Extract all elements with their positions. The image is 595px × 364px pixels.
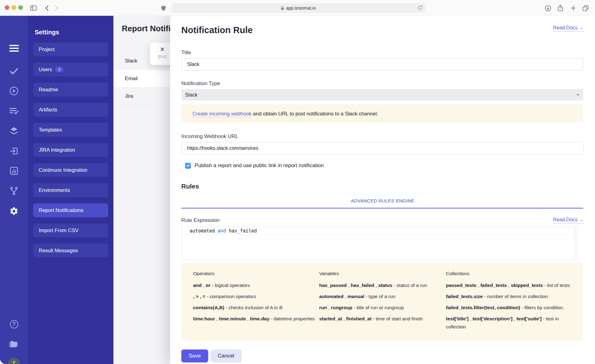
help-term: started_at: [319, 316, 342, 321]
settings-panel: Settings ProjectUsers2ReadmeArtifactsTem…: [28, 16, 113, 364]
folder-icon[interactable]: [8, 338, 20, 350]
publish-checkbox-label[interactable]: Publish a report and use public link in …: [195, 162, 324, 169]
rule-expression-editor[interactable]: automated and has_failed: [181, 227, 577, 259]
settings-menu-item-continuos-integration[interactable]: Continuos Integration: [33, 163, 108, 177]
cancel-button[interactable]: Cancel: [210, 349, 242, 362]
help-column-operators: Operatorsand , or - logical operators, >…: [193, 271, 319, 334]
help-column-header: Collections: [446, 271, 573, 276]
settings-title: Settings: [35, 29, 113, 36]
settings-menu-item-artifacts[interactable]: Artifacts: [33, 103, 108, 117]
help-row: and , or - logical operators: [193, 281, 319, 289]
settings-menu-item-report-notifications[interactable]: Report Notifications: [33, 203, 108, 217]
esc-hint: [Esc]: [157, 54, 167, 59]
advanced-rules-engine-link[interactable]: ADVANCED RULES ENGINE: [351, 198, 414, 203]
help-term: contains(A,B): [193, 305, 224, 310]
help-term: failed_tests.filter(test, condition): [446, 305, 520, 310]
help-term: time.day: [250, 316, 269, 321]
notification-type-select[interactable]: Slack: [181, 89, 583, 101]
help-row: time.hour , time.minute , time.day - dat…: [193, 315, 319, 323]
read-docs-link[interactable]: Read Docs →: [553, 25, 584, 32]
webhook-hint-text: and obtain URL to post notifications to …: [252, 111, 378, 116]
help-row: automated , manual - type of a run: [319, 292, 446, 301]
help-term: time.minute: [219, 316, 246, 321]
settings-menu-item-environments[interactable]: Environments: [33, 183, 108, 197]
help-term: manual: [347, 294, 364, 299]
branch-icon[interactable]: [8, 185, 20, 197]
webhook-hint-box: Create incoming webhook and obtain URL t…: [181, 104, 583, 123]
create-webhook-link[interactable]: Create incoming webhook: [192, 111, 252, 117]
settings-menu-item-label: Environments: [39, 187, 70, 193]
settings-menu-item-label: Readme: [39, 87, 58, 93]
notification-type-value: Slack: [185, 92, 197, 98]
layers-icon[interactable]: [8, 125, 20, 137]
help-column-header: Variables: [319, 271, 446, 276]
bar-chart-icon[interactable]: [8, 165, 20, 177]
reload-icon[interactable]: [418, 5, 422, 11]
help-text: - filters by condition.: [520, 305, 564, 310]
users-count-badge: 2: [55, 67, 64, 72]
help-text: - datetime properties: [269, 316, 315, 321]
play-circle-icon[interactable]: [8, 85, 20, 97]
settings-menu-item-label: Users: [39, 67, 52, 72]
help-text: - time of start and finish: [372, 316, 423, 321]
import-icon[interactable]: [8, 145, 20, 157]
settings-menu-item-label: Continuos Integration: [39, 167, 87, 173]
webhook-field-label: Incoming Webhook URL: [181, 133, 584, 140]
help-term: or: [205, 283, 210, 288]
avatar[interactable]: T: [8, 358, 20, 364]
check-icon[interactable]: [8, 65, 20, 77]
help-text: ,: [347, 283, 351, 288]
settings-menu-item-project[interactable]: Project: [33, 42, 108, 56]
settings-menu-item-result-messages[interactable]: Result Messages: [33, 244, 108, 258]
list-check-icon[interactable]: [8, 105, 20, 117]
tab-label: Slack: [125, 58, 137, 64]
downloads-icon[interactable]: [544, 4, 552, 12]
help-column-variables: Variableshas_passed , has_failed , statu…: [319, 271, 446, 334]
help-text: - number of items in collection: [483, 294, 548, 299]
settings-menu-item-jira-integration[interactable]: JIRA Integration: [33, 143, 108, 157]
help-icon[interactable]: ?: [8, 318, 20, 330]
minimize-window-button[interactable]: [11, 5, 16, 10]
back-icon[interactable]: [43, 4, 51, 12]
tabs-overview-icon[interactable]: [581, 4, 589, 12]
settings-menu-item-label: Report Notifications: [39, 207, 83, 213]
notification-rule-dialog: Notification Rule Read Docs → Title Noti…: [170, 16, 595, 364]
settings-menu-item-templates[interactable]: Templates: [33, 123, 108, 137]
webhook-url-input[interactable]: [181, 142, 583, 154]
shield-icon[interactable]: [159, 4, 167, 12]
new-tab-icon[interactable]: [569, 4, 577, 12]
help-term: finished_at: [346, 316, 372, 321]
help-term: , > , =: [193, 294, 205, 299]
save-button[interactable]: Save: [181, 349, 208, 362]
hamburger-icon[interactable]: [8, 42, 20, 54]
settings-menu-item-users[interactable]: Users2: [33, 63, 108, 76]
avatar-initial: T: [12, 361, 15, 364]
help-text: ,: [202, 283, 206, 288]
settings-menu-item-label: JIRA Integration: [39, 147, 75, 153]
share-icon[interactable]: [556, 4, 564, 12]
settings-menu-item-readme[interactable]: Readme: [33, 83, 108, 97]
dialog-title: Notification Rule: [181, 25, 253, 35]
sidebar-toggle-icon[interactable]: [29, 4, 37, 12]
title-input[interactable]: [181, 58, 583, 71]
close-icon[interactable]: ✕: [157, 46, 167, 53]
help-row: started_at , finished_at - time of start…: [319, 315, 446, 323]
chevron-down-icon: [576, 94, 580, 96]
read-docs-link-rules[interactable]: Read Docs →: [553, 217, 584, 223]
editor-scrollbar[interactable]: [574, 227, 577, 259]
help-term: rungroup: [331, 305, 352, 310]
publish-checkbox[interactable]: [185, 163, 191, 169]
url-text: app.testomat.io: [286, 6, 316, 11]
zoom-window-button[interactable]: [18, 5, 23, 10]
close-window-button[interactable]: [5, 5, 9, 10]
help-row: passed_tests , failed_tests , skipped_te…: [446, 281, 573, 289]
help-term: time.hour: [193, 316, 215, 321]
help-text: ,: [327, 305, 331, 310]
help-text: ,: [476, 283, 480, 288]
settings-menu-item-import-from-csv[interactable]: Import From CSV: [33, 223, 108, 237]
gear-icon[interactable]: [8, 205, 20, 217]
address-bar[interactable]: app.testomat.io: [171, 3, 425, 13]
help-text: ,: [246, 316, 250, 321]
forward-icon[interactable]: [53, 4, 61, 12]
icon-rail: ? T: [0, 16, 28, 364]
